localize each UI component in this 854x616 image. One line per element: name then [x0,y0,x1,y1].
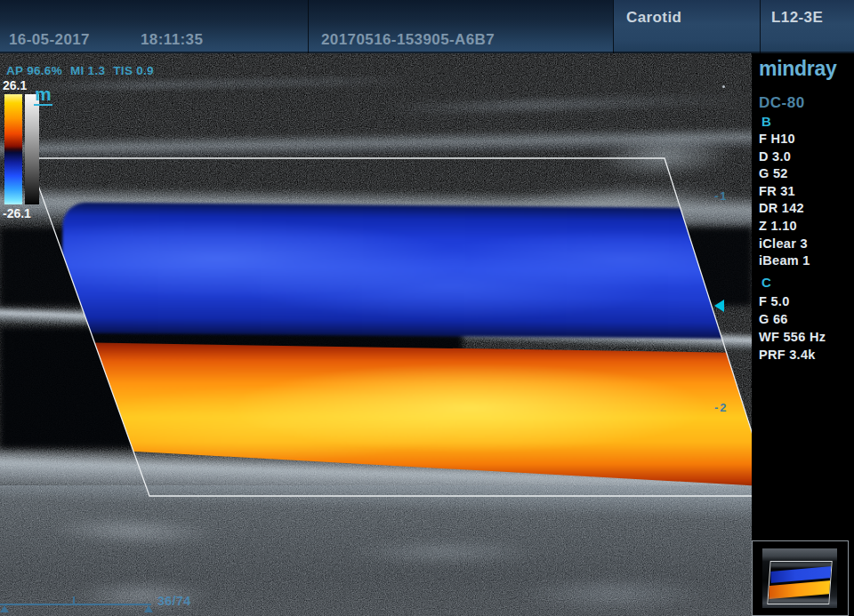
param-value: F 5.0 [759,292,826,310]
color-mode-label: C [761,275,771,290]
exam-date: 16-05-2017 [9,31,90,49]
exam-time: 18:11:35 [141,31,203,49]
cine-position-marker-icon[interactable] [144,605,153,612]
param-value: WF 556 Hz [759,328,826,346]
top-status-bar: 16-05-2017 18:11:35 20170516-153905-A6B7… [0,0,854,53]
focus-marker-icon[interactable] [714,300,724,312]
depth-tick-dot [722,85,725,88]
mi-value: MI 1.3 [70,64,105,77]
color-mode-params-list: F 5.0G 66WF 556 HzPRF 3.4k [759,292,826,364]
thumbnail-orange-flow [769,580,831,599]
mindray-logo: mindray [759,57,836,81]
preset-button[interactable]: Carotid [613,0,760,53]
tis-value: TIS 0.9 [113,64,154,77]
grayscale-bar [25,94,39,204]
param-value: Z 1.10 [759,218,810,236]
param-value: D 3.0 [759,148,810,166]
cine-progress-bar[interactable] [0,604,151,605]
depth-mark-2: -2 [714,401,729,414]
acoustic-power-value: AP 96.6% [6,64,62,77]
param-value: G 66 [759,310,826,328]
datetime-cell: 16-05-2017 18:11:35 [0,0,308,53]
exam-id-cell: 20170516-153905-A6B7 [308,0,613,53]
parameter-sidebar: mindray DC-80 B F H10D 3.0G 52FR 31DR 14… [752,53,854,616]
preset-label: Carotid [626,9,681,27]
acoustic-output-status: AP 96.6%MI 1.3TIS 0.9 [6,64,162,77]
param-value: F H10 [759,131,810,148]
param-value: FR 31 [759,183,810,201]
ultrasound-image-area[interactable]: -1 -2 [0,53,752,616]
system-model: DC-80 [759,94,805,112]
b-mode-label: B [761,114,771,129]
ultrasound-system-screen: { "header": { "date": "16-05-2017", "tim… [0,0,854,616]
cine-start-marker-icon[interactable] [0,605,9,612]
thumbnail-tissue [768,598,830,604]
b-mode-params-list: F H10D 3.0G 52FR 31DR 142Z 1.10iClear 3i… [759,131,810,270]
roi-box[interactable] [0,53,752,616]
probe-button[interactable]: L12-3E [760,0,854,53]
probe-label: L12-3E [771,9,823,27]
depth-mark-1: -1 [714,189,729,203]
cine-mid-tick [73,596,75,604]
thumbnail-roi-box [767,561,832,604]
color-doppler-scale-bar [4,94,22,204]
param-value: iClear 3 [759,236,810,253]
param-value: iBeam 1 [759,252,810,270]
exam-id: 20170516-153905-A6B7 [321,31,495,49]
cine-frame-counter: 36/74 [157,594,191,608]
probe-orientation-marker: m [34,85,52,106]
clip-thumbnail[interactable] [752,540,849,616]
velocity-scale-min: -26.1 [3,206,47,220]
param-value: PRF 3.4k [759,346,826,364]
param-value: DR 142 [759,200,810,218]
thumbnail-image [762,548,837,608]
param-value: G 52 [759,165,810,183]
